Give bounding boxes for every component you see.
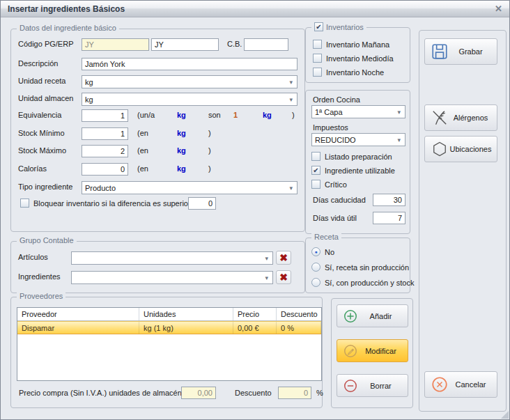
articulos-clear-button[interactable]: ✖ [276, 251, 291, 265]
group-cocina: Orden Cocina 1ª Capa ▾ Impuestos REDUCID… [305, 90, 410, 234]
stock-min-input[interactable]: 1 [82, 127, 128, 140]
modificar-button[interactable]: Modificar [337, 339, 408, 362]
calorias-input[interactable]: 0 [82, 163, 128, 176]
proveedores-table[interactable]: Proveedor Unidades Precio Descuento Disp… [17, 307, 322, 381]
stock-max-unit: kg [177, 146, 186, 155]
equivalencia-unit1: kg [177, 111, 186, 119]
chevron-down-icon: ▾ [397, 137, 402, 143]
pencil-circle-icon [343, 343, 358, 359]
cell-unidades: kg (1 kg) [139, 322, 233, 334]
borrar-label: Borrar [358, 382, 408, 390]
cell-descuento: 0 % [277, 322, 321, 334]
tipo-ingrediente-label: Tipo ingrediente [18, 182, 72, 191]
inventarios-checkbox[interactable]: ✔ [314, 22, 323, 31]
orden-cocina-label: Orden Cocina [313, 95, 360, 104]
stock-max-input[interactable]: 2 [82, 145, 128, 157]
group-proveedores-legend: Proveedores [17, 292, 65, 300]
grabar-button[interactable]: Grabar [424, 38, 497, 65]
alergenos-button[interactable]: Alérgenos [424, 104, 497, 131]
articulos-select[interactable]: ▾ [71, 251, 273, 265]
ingrediente-utilizable-checkbox[interactable]: ✔ [311, 166, 320, 175]
equivalencia-input[interactable]: 1 [82, 109, 128, 122]
resize-grip[interactable] [501, 411, 509, 419]
impuestos-label: Impuestos [313, 123, 348, 132]
codigo-erp-input[interactable]: JY [82, 38, 149, 51]
critico-checkbox[interactable] [311, 180, 320, 189]
calorias-close-paren: ) [208, 164, 211, 173]
stock-max-close-paren: ) [208, 146, 211, 155]
group-inventarios: ✔ Inventarios Inventario Mañana Inventar… [305, 27, 410, 83]
group-inventarios-legend: ✔ Inventarios [311, 22, 366, 31]
panel-proveedor-actions: Añadir Modificar Borrar [331, 298, 413, 408]
calorias-open-paren: (en [137, 164, 148, 173]
ingrediente-utilizable-label: Ingrediente utilizable [325, 166, 395, 175]
orden-cocina-value: 1ª Capa [315, 108, 397, 116]
unidad-almacen-select[interactable]: kg ▾ [82, 93, 298, 106]
cb-label: C.B. [227, 40, 242, 48]
tipo-ingrediente-select[interactable]: Producto ▾ [82, 181, 298, 194]
column-header-proveedor[interactable]: Proveedor [17, 308, 139, 320]
column-header-precio[interactable]: Precio [233, 308, 277, 320]
inventario-manana-checkbox[interactable] [313, 40, 322, 49]
chevron-down-icon: ▾ [265, 274, 270, 281]
receta-con-produccion-label: Sí, con producción y stock [325, 279, 414, 287]
impuestos-select[interactable]: REDUCIDO ▾ [311, 133, 405, 146]
dias-vida-util-label: Días vida útil [313, 214, 357, 222]
anadir-label: Añadir [358, 312, 408, 320]
ubicaciones-button[interactable]: Ubicaciones [424, 136, 497, 162]
group-proveedores: Proveedores Proveedor Unidades Precio De… [10, 297, 323, 408]
bloquear-diferencia-input[interactable]: 0 [188, 197, 216, 210]
group-contable: Grupo Contable Artículos ▾ ✖ Ingrediente… [10, 241, 305, 293]
close-icon[interactable]: ✕ [495, 3, 502, 14]
descuento-label: Descuento [235, 389, 272, 397]
orden-cocina-select[interactable]: 1ª Capa ▾ [311, 105, 405, 118]
chevron-down-icon: ▾ [289, 96, 294, 103]
table-row[interactable]: Dispamar kg (1 kg) 0,00 € 0 % [17, 321, 321, 334]
ingredientes-select[interactable]: ▾ [71, 271, 273, 284]
calorias-unit: kg [177, 164, 186, 173]
unidad-receta-value: kg [85, 78, 289, 86]
column-header-descuento[interactable]: Descuento [277, 308, 321, 320]
dias-vida-util-input[interactable]: 7 [373, 212, 405, 224]
save-floppy-icon [431, 42, 449, 61]
listado-preparacion-label: Listado preparación [325, 153, 392, 161]
table-header-row: Proveedor Unidades Precio Descuento [17, 308, 321, 321]
unidad-receta-select[interactable]: kg ▾ [82, 75, 298, 88]
group-receta: Receta ● No Sí, receta sin producción Sí… [305, 238, 410, 293]
articulos-label: Artículos [18, 253, 48, 261]
precio-compra-input[interactable]: 0,00 [181, 387, 216, 399]
chevron-down-icon: ▾ [265, 255, 270, 262]
receta-con-produccion-radio[interactable] [311, 278, 320, 287]
receta-no-label: No [325, 248, 334, 256]
cb-input[interactable] [244, 38, 288, 51]
equivalencia-son: son [208, 111, 221, 119]
stock-min-open-paren: (en [137, 129, 148, 137]
cancelar-label: Cancelar [449, 380, 497, 389]
cell-proveedor: Dispamar [17, 322, 139, 334]
descuento-input[interactable]: 0 [278, 387, 311, 399]
inventario-mediodia-checkbox[interactable] [313, 54, 322, 63]
stock-max-label: Stock Máximo [18, 146, 66, 155]
unidad-almacen-value: kg [85, 95, 289, 104]
descripcion-input[interactable]: Jamón York [82, 58, 298, 70]
critico-label: Crítico [325, 180, 347, 189]
inventario-noche-label: Inventario Noche [326, 68, 384, 77]
ingredientes-clear-button[interactable]: ✖ [276, 270, 291, 284]
inventario-noche-checkbox[interactable] [313, 68, 322, 77]
dias-caducidad-input[interactable]: 30 [373, 194, 405, 206]
receta-no-radio[interactable]: ● [311, 247, 320, 256]
codigo-pg-input[interactable]: JY [151, 38, 219, 51]
panel-side-actions: Grabar Alérgenos Ubicaciones Cancelar [419, 30, 507, 412]
red-x-icon: ✖ [279, 252, 288, 263]
anadir-button[interactable]: Añadir [337, 304, 408, 327]
column-header-unidades[interactable]: Unidades [139, 308, 233, 320]
borrar-button[interactable]: Borrar [337, 374, 408, 397]
cell-precio: 0,00 € [233, 322, 277, 334]
wheat-crossed-icon [431, 109, 449, 127]
bloquear-inventario-checkbox[interactable] [20, 199, 29, 208]
receta-sin-produccion-radio[interactable] [311, 263, 320, 272]
cancelar-button[interactable]: Cancelar [424, 371, 497, 398]
group-datos-legend: Datos del ingrediente básico [17, 24, 119, 32]
listado-preparacion-checkbox[interactable] [311, 152, 320, 161]
red-x-icon: ✖ [279, 272, 288, 283]
